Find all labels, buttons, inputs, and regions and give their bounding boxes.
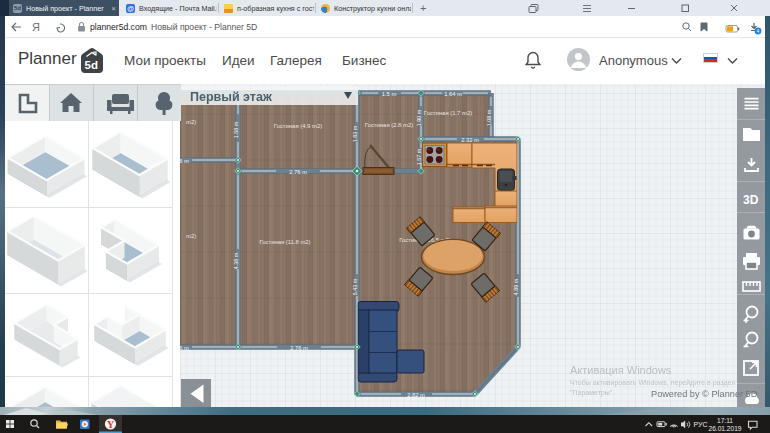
svg-text:m2): m2) — [186, 233, 196, 239]
svg-text:2.76 m: 2.76 m — [289, 169, 307, 175]
svg-text:1.58 m: 1.58 m — [233, 121, 239, 138]
svg-text:2.76 m: 2.76 m — [290, 345, 308, 351]
svg-text:5d: 5d — [85, 59, 98, 71]
svg-text:Я: Я — [32, 21, 40, 33]
svg-text:Гостиная (4.9 m2): Гостиная (4.9 m2) — [274, 123, 322, 129]
svg-text:1.83 m: 1.83 m — [352, 125, 358, 142]
svg-text:6 m: 6 m — [179, 345, 189, 351]
svg-text:1.08 m: 1.08 m — [486, 109, 492, 126]
svg-text:РУС: РУС — [694, 421, 708, 428]
svg-text:3D: 3D — [743, 193, 759, 207]
svg-text:4: 4 — [757, 28, 760, 34]
svg-text:Гостиная (11.8 m2): Гостиная (11.8 m2) — [259, 239, 310, 245]
svg-text:Первый этаж: Первый этаж — [190, 90, 272, 104]
svg-text:2.82 m: 2.82 m — [407, 392, 425, 398]
svg-text:4.89 m: 4.89 m — [513, 278, 519, 295]
svg-text:4.38 m: 4.38 m — [233, 252, 239, 269]
svg-text:Активация Windows: Активация Windows — [570, 364, 672, 376]
svg-text:26.01.2019: 26.01.2019 — [708, 425, 741, 432]
svg-text:Чтобы активировать Windows, пе: Чтобы активировать Windows, перейдите в … — [570, 379, 735, 387]
svg-text:m2): m2) — [186, 119, 196, 125]
svg-text:1.90 m: 1.90 m — [416, 109, 422, 126]
svg-text:17:11: 17:11 — [717, 417, 733, 424]
svg-text:1.5 m: 1.5 m — [382, 91, 397, 97]
svg-text:5.43 m: 5.43 m — [352, 278, 358, 295]
svg-text:1.57 m: 1.57 m — [416, 148, 422, 165]
svg-text:"Параметры".: "Параметры". — [570, 389, 614, 397]
svg-text:Гостиная (2.8 m2): Гостиная (2.8 m2) — [365, 122, 413, 128]
svg-text:6 m: 6 m — [179, 158, 189, 164]
svg-text:Y: Y — [107, 419, 115, 430]
svg-text:Гостиная (1.7 m2): Гостиная (1.7 m2) — [424, 110, 472, 116]
svg-text:2.32 m: 2.32 m — [461, 137, 479, 143]
svg-text:1.64 m: 1.64 m — [444, 91, 462, 97]
